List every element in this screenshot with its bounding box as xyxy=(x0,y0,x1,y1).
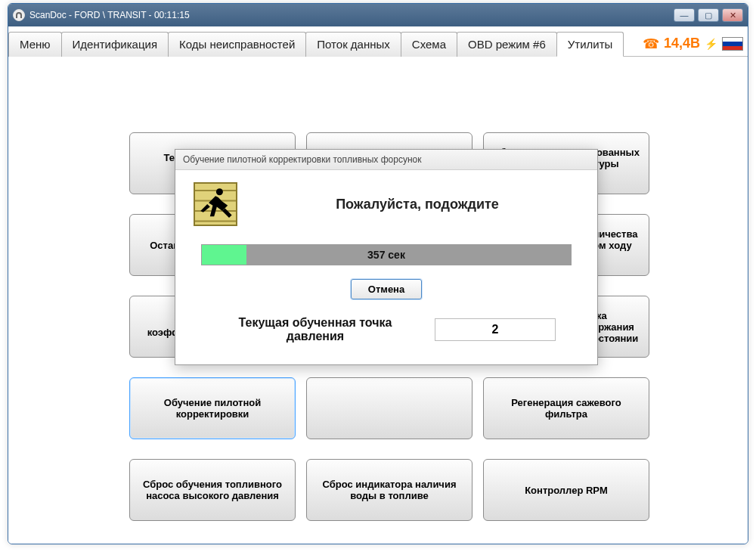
app-window: ScanDoc - FORD \ TRANSIT - 00:11:15 — ▢ … xyxy=(8,3,748,544)
param-value: 2 xyxy=(435,318,556,341)
util-pilot-correction-learn[interactable]: Обучение пилотной корректировки xyxy=(129,377,296,439)
tab-obd6[interactable]: OBD режим #6 xyxy=(457,32,557,57)
close-button[interactable]: ✕ xyxy=(722,8,743,22)
util-dpf-regen[interactable]: Регенерация сажевого фильтра xyxy=(483,377,649,439)
progress-label: 357 сек xyxy=(202,245,571,265)
tab-menu[interactable]: Меню xyxy=(8,32,62,57)
progress-bar: 357 сек xyxy=(201,244,572,265)
wait-message: Пожалуйста, подождите xyxy=(256,197,579,212)
progress-dialog: Обучение пилотной корректировки топливны… xyxy=(175,149,598,365)
util-reset-hp-pump[interactable]: Сброс обучения топливного насоса высоког… xyxy=(129,459,296,521)
param-row: Текущая обученная точка давления 2 xyxy=(194,316,579,343)
dialog-body: Пожалуйста, подождите 357 сек Отмена Тек… xyxy=(175,170,597,364)
titlebar: ScanDoc - FORD \ TRANSIT - 00:11:15 — ▢ … xyxy=(8,4,748,26)
tab-bar: Меню Идентификация Коды неисправностей П… xyxy=(8,26,748,57)
window-title: ScanDoc - FORD \ TRANSIT - 00:11:15 xyxy=(29,10,190,20)
param-label: Текущая обученная точка давления xyxy=(217,316,414,343)
cancel-button[interactable]: Отмена xyxy=(351,279,422,299)
tab-schema[interactable]: Схема xyxy=(401,32,457,57)
window-controls: — ▢ ✕ xyxy=(674,8,743,22)
tab-dtc[interactable]: Коды неисправностей xyxy=(168,32,306,57)
util-r4c2[interactable] xyxy=(306,377,472,439)
app-icon xyxy=(13,9,25,21)
minimize-button[interactable]: — xyxy=(674,8,695,22)
power-plug-icon: ⚡ xyxy=(705,38,717,50)
status-right: ☎ 14,4B ⚡ xyxy=(643,31,748,56)
util-reset-water-in-fuel[interactable]: Сброс индикатора наличия воды в топливе xyxy=(306,459,472,521)
content-area: Меню Идентификация Коды неисправностей П… xyxy=(8,26,748,544)
wait-row: Пожалуйста, подождите xyxy=(194,182,579,226)
tab-dataflow[interactable]: Поток данных xyxy=(305,32,401,57)
svg-point-5 xyxy=(216,188,223,195)
voltage-readout: 14,4B xyxy=(664,36,700,51)
tab-identification[interactable]: Идентификация xyxy=(61,32,169,57)
running-man-icon xyxy=(194,182,237,226)
dialog-title: Обучение пилотной корректировки топливны… xyxy=(175,150,597,170)
util-rpm-controller[interactable]: Контроллер RPM xyxy=(483,459,649,521)
flag-ru-icon xyxy=(722,37,743,51)
tab-utilities[interactable]: Утилиты xyxy=(556,32,624,57)
connection-icon: ☎ xyxy=(643,36,659,52)
maximize-button[interactable]: ▢ xyxy=(698,8,719,22)
